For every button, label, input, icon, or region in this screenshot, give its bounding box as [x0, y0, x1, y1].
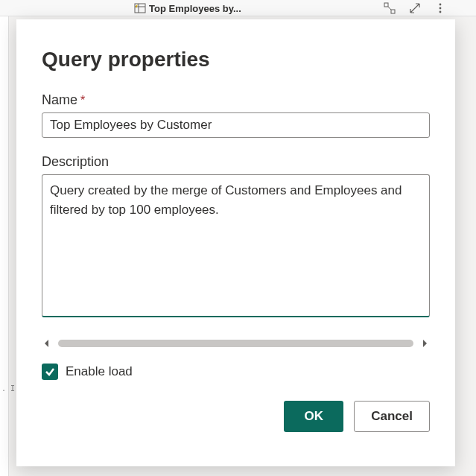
enable-load-label: Enable load: [66, 364, 133, 379]
expand-icon: [409, 2, 421, 14]
cancel-button[interactable]: Cancel: [354, 401, 430, 432]
enable-load-checkbox[interactable]: [42, 364, 58, 380]
name-label: Name: [42, 92, 77, 108]
required-marker: *: [80, 94, 85, 107]
relationship-icon: [384, 2, 396, 14]
background-left-column: [0, 16, 9, 476]
svg-rect-3: [384, 3, 388, 7]
description-field-block: Description: [42, 154, 430, 320]
enable-load-row[interactable]: Enable load: [42, 364, 430, 380]
scroll-track[interactable]: [58, 340, 413, 347]
more-icon: [434, 2, 446, 14]
background-tab-title: Top Employees by...: [149, 3, 241, 14]
dialog-title: Query properties: [42, 48, 430, 72]
svg-rect-0: [135, 4, 145, 13]
background-right-icons: [384, 0, 446, 16]
description-textarea[interactable]: [42, 174, 430, 317]
scroll-right-icon[interactable]: [419, 338, 430, 349]
svg-point-7: [439, 7, 442, 10]
query-table-icon: [134, 2, 146, 14]
background-side-text: . I: [1, 384, 15, 393]
query-properties-dialog: Query properties Name * Description Enab…: [16, 19, 455, 466]
scroll-left-icon[interactable]: [42, 338, 52, 349]
svg-line-5: [388, 7, 391, 10]
horizontal-scrollbar[interactable]: [42, 338, 430, 349]
description-label: Description: [42, 154, 109, 170]
name-input[interactable]: [42, 112, 430, 138]
svg-point-8: [439, 11, 442, 13]
dialog-button-row: OK Cancel: [42, 401, 430, 432]
svg-point-6: [439, 4, 442, 6]
svg-rect-4: [391, 10, 395, 13]
background-query-tab: Top Employees by...: [134, 0, 241, 16]
ok-button[interactable]: OK: [284, 401, 343, 432]
name-field-block: Name *: [42, 92, 430, 138]
